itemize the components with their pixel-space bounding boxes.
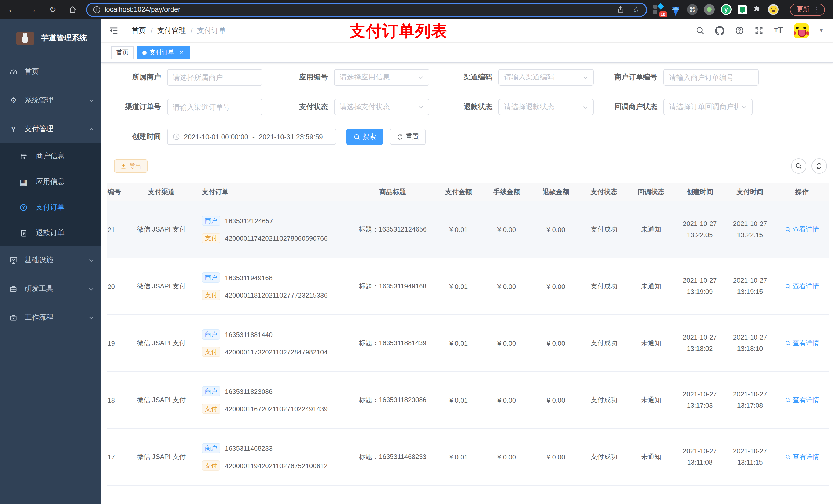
browser-back-icon[interactable]: ←	[7, 5, 16, 14]
address-bar[interactable]: localhost:1024/pay/order ☆	[86, 2, 647, 17]
column-header-id: 编号	[106, 187, 131, 196]
pay-amount-cell: ¥ 0.01	[435, 339, 482, 347]
merchant-order-no-filter-input[interactable]	[663, 69, 759, 86]
fullscreen-icon[interactable]	[755, 26, 764, 35]
user-avatar[interactable]	[794, 23, 809, 38]
create-time-cell: 2021-10-27 13:11:08	[675, 446, 725, 468]
app-logo[interactable]: 芋道管理系统	[0, 19, 101, 57]
caret-down-icon[interactable]: ▾	[820, 27, 823, 34]
browser-update-button[interactable]: 更新 ⋮	[790, 3, 825, 16]
tab-home[interactable]: 首页	[111, 46, 134, 59]
table-row: 20 微信 JSAPI 支付 商户1635311949168 支付4200001…	[106, 258, 829, 315]
chat-extension-icon[interactable]	[738, 5, 747, 14]
tag-extension-icon[interactable]: 10	[653, 4, 664, 15]
merchant-order-no: 1635311823086	[225, 387, 272, 395]
channel-order-no-filter-input[interactable]	[167, 99, 262, 115]
screen: ← → ↻ localhost:1024/pay/order ☆ 10	[0, 0, 833, 504]
product-title-cell: 标题：1635311823086	[351, 395, 435, 405]
extensions-puzzle-icon[interactable]	[753, 5, 762, 14]
dashboard-icon	[9, 67, 18, 76]
yen-circle-icon	[20, 203, 28, 212]
fee-amount-cell: ¥ 0.00	[482, 283, 531, 290]
command-extension-icon[interactable]: ⌘	[687, 4, 698, 15]
refresh-button[interactable]	[811, 158, 827, 174]
sidebar-item-home[interactable]: 首页	[0, 57, 101, 86]
column-header-status: 支付状态	[580, 187, 627, 196]
sidebar-item-merchant-info[interactable]: 商户信息	[0, 143, 101, 169]
chevron-down-icon	[741, 104, 747, 110]
column-header-notify: 回调状态	[627, 187, 675, 196]
view-detail-link[interactable]: 查看详情	[785, 282, 819, 291]
channel-code-filter-select[interactable]: 请输入渠道编码	[498, 69, 594, 86]
tab-pay-order[interactable]: 支付订单 ×	[137, 46, 190, 59]
view-detail-link[interactable]: 查看详情	[785, 225, 819, 234]
notify-status-filter-label: 回调商户状态	[594, 102, 663, 112]
pay-time-cell: 2021-10-27 13:11:15	[725, 446, 775, 468]
pay-tag: 支付	[202, 290, 220, 300]
breadcrumb-current: 支付订单	[197, 26, 226, 35]
pay-tag: 支付	[202, 347, 220, 357]
sidebar-item-refund-order[interactable]: 退款订单	[0, 220, 101, 246]
channel-pay-no: 4200001181202110277723215336	[225, 291, 328, 299]
browser-forward-icon[interactable]: →	[28, 5, 37, 14]
browser-reload-icon[interactable]: ↻	[48, 5, 57, 14]
view-detail-link[interactable]: 查看详情	[785, 452, 819, 461]
yudao-extension-icon[interactable]: y	[721, 4, 732, 15]
kite-extension-icon[interactable]	[670, 4, 681, 15]
sidebar-item-payment[interactable]: ¥ 支付管理	[0, 115, 101, 143]
refund-status-filter-select[interactable]: 请选择退款状态	[498, 99, 594, 115]
recorder-extension-icon[interactable]	[704, 4, 715, 15]
top-navbar: 首页 / 支付管理 / 支付订单 支付订单列表	[101, 19, 833, 43]
export-button[interactable]: 导出	[114, 159, 147, 173]
channel-pay-no: 4200001173202110272847982104	[225, 348, 328, 356]
browser-home-icon[interactable]	[69, 5, 78, 14]
create-time-range-input[interactable]: 2021-10-01 00:00:00 - 2021-10-31 23:59:5…	[167, 128, 336, 145]
help-icon[interactable]	[735, 26, 744, 35]
github-icon[interactable]	[715, 26, 724, 35]
channel-pay-no: 4200001167202110271022491439	[225, 405, 328, 413]
breadcrumb-home[interactable]: 首页	[132, 26, 146, 35]
bookmark-star-icon[interactable]: ☆	[633, 5, 640, 14]
sidebar-item-infrastructure[interactable]: 基础设施	[0, 246, 101, 274]
document-icon	[20, 229, 28, 237]
view-detail-link[interactable]: 查看详情	[785, 339, 819, 348]
close-icon[interactable]: ×	[178, 49, 185, 56]
share-icon[interactable]	[617, 6, 624, 13]
breadcrumb-section[interactable]: 支付管理	[157, 26, 186, 35]
search-button[interactable]: 搜索	[346, 128, 383, 145]
channel-order-no-filter-label: 渠道订单号	[106, 102, 167, 112]
pay-order-cell: 商户1635311949168 支付4200001181202110277723…	[192, 272, 351, 300]
reset-button[interactable]: 重置	[390, 128, 426, 145]
extension-badge: 10	[659, 11, 667, 18]
sidebar-item-app-info[interactable]: ▦ 应用信息	[0, 169, 101, 195]
toggle-search-button[interactable]	[791, 158, 806, 174]
create-time-cell: 2021-10-27 13:22:05	[675, 218, 725, 241]
product-title-cell: 标题：1635311468233	[351, 452, 435, 461]
pay-time-cell: 2021-10-27 13:18:10	[725, 332, 775, 355]
site-info-icon[interactable]	[93, 6, 100, 13]
font-size-icon[interactable]: TT	[774, 26, 783, 35]
merchant-filter-input[interactable]	[167, 69, 262, 86]
merchant-tag: 商户	[202, 443, 220, 453]
search-icon[interactable]	[696, 26, 705, 35]
sidebar-item-system[interactable]: ⚙ 系统管理	[0, 86, 101, 115]
menu-fold-icon[interactable]	[109, 26, 118, 34]
product-title-cell: 标题：1635311881439	[351, 339, 435, 348]
pay-status-filter-select[interactable]: 请选择支付状态	[334, 99, 429, 115]
table-row: 21 微信 JSAPI 支付 商户1635312124657 支付4200001…	[106, 201, 829, 258]
browser-menu-icon[interactable]: ⋮	[813, 6, 820, 13]
app-filter-select[interactable]: 请选择应用信息	[334, 69, 429, 86]
app-title: 芋道管理系统	[41, 33, 87, 43]
notify-status-filter-select[interactable]: 请选择订单回调商户状态	[663, 99, 753, 115]
view-detail-link[interactable]: 查看详情	[785, 395, 819, 405]
sidebar-item-pay-order[interactable]: 支付订单	[0, 195, 101, 220]
profile-avatar[interactable]	[768, 4, 779, 15]
create-time-cell: 2021-10-27 13:17:03	[675, 389, 725, 411]
sidebar-item-dev-tools[interactable]: 研发工具	[0, 274, 101, 303]
clock-icon	[173, 133, 180, 140]
create-time-cell: 2021-10-27 13:19:09	[675, 275, 725, 297]
sidebar-item-workflow[interactable]: 工作流程	[0, 303, 101, 332]
pay-channel-cell: 微信 JSAPI 支付	[131, 225, 192, 234]
column-header-channel: 支付渠道	[131, 187, 192, 196]
pay-tag: 支付	[202, 460, 220, 471]
